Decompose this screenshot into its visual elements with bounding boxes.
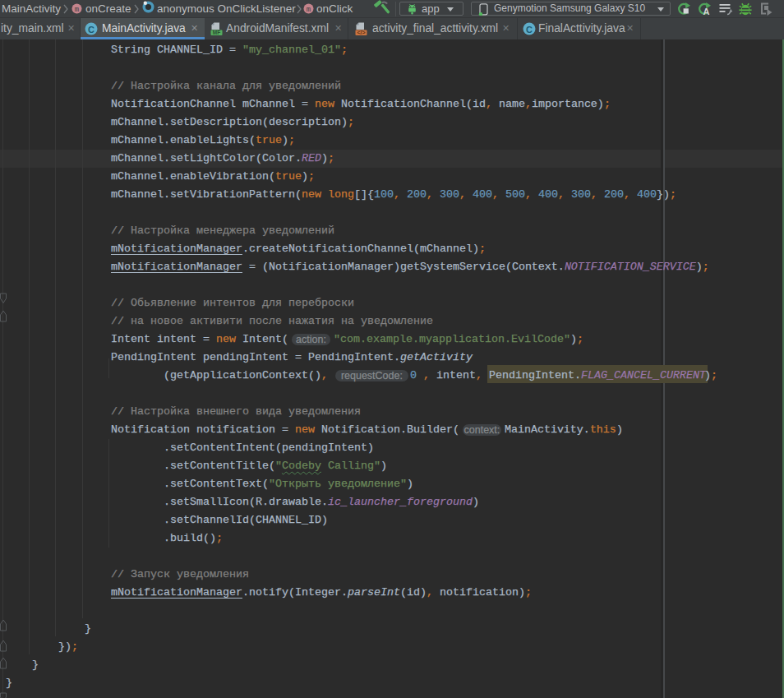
- svg-text:m: m: [307, 6, 311, 14]
- svg-text:m: m: [75, 6, 79, 14]
- svg-text:</>: </>: [357, 30, 365, 35]
- svg-text:MF: MF: [213, 30, 220, 35]
- svg-text:A: A: [703, 7, 710, 16]
- svg-text:C: C: [88, 25, 95, 35]
- svg-text:C: C: [526, 25, 533, 35]
